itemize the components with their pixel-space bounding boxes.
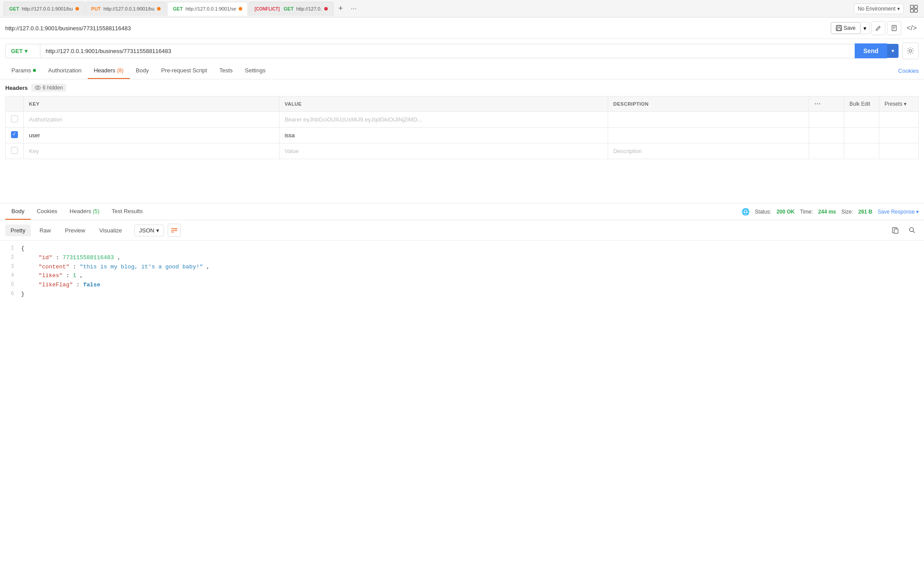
doc-button[interactable]: [887, 21, 901, 35]
resp-tab-test-results[interactable]: Test Results: [105, 203, 149, 220]
cookies-link[interactable]: Cookies: [898, 63, 919, 78]
tab-2-dot: [157, 7, 161, 11]
col-header-presets[interactable]: Presets ▾: [879, 96, 919, 112]
send-settings-button[interactable]: [902, 43, 919, 59]
fmt-tab-pretty[interactable]: Pretty: [5, 225, 31, 236]
row3-desc-cell[interactable]: Description: [608, 143, 809, 159]
fmt-tab-visualize[interactable]: Visualize: [94, 225, 127, 236]
svg-rect-0: [910, 5, 913, 8]
status-value: 200 OK: [777, 209, 795, 215]
resp-tab-body[interactable]: Body: [5, 203, 31, 220]
tab-settings[interactable]: Settings: [239, 63, 272, 79]
line-num-1: 1: [0, 244, 21, 253]
wrap-button[interactable]: [168, 224, 181, 237]
hidden-headers-badge[interactable]: 6 hidden: [31, 84, 66, 92]
row3-actions-cell: [809, 143, 844, 159]
tab-pre-request[interactable]: Pre-request Script: [155, 63, 213, 79]
svg-line-19: [913, 231, 915, 233]
send-button[interactable]: Send: [855, 43, 887, 58]
tab-3-dot: [239, 7, 242, 11]
tab-3[interactable]: GET http://127.0.0.1:9001/se: [167, 2, 248, 16]
bulk-edit-button[interactable]: Bulk Edit: [849, 101, 870, 107]
svg-point-12: [35, 86, 40, 89]
line-num-4: 4: [0, 271, 21, 281]
row2-value-cell[interactable]: issa: [279, 128, 608, 143]
workspace-icon-button[interactable]: [907, 2, 920, 15]
save-dropdown-button[interactable]: ▾: [860, 23, 869, 34]
tab-body[interactable]: Body: [130, 63, 155, 79]
tab-1[interactable]: GET http://127.0.0.1:9001/bu: [4, 2, 85, 16]
response-tabs-row: Body Cookies Headers (5) Test Results 🌐 …: [0, 203, 924, 220]
format-select[interactable]: JSON ▾: [134, 225, 164, 236]
row3-checkbox[interactable]: [11, 147, 18, 154]
method-dropdown[interactable]: GET ▾: [5, 44, 40, 58]
table-row: Key Value Description: [6, 143, 919, 159]
row1-checkbox-cell[interactable]: [6, 112, 24, 128]
row1-value: Bearer eyJhbGciOiJIUzUxMiJ9.eyJqdGkiOiJi…: [285, 116, 423, 123]
fmt-tab-preview[interactable]: Preview: [60, 225, 90, 236]
tab-2[interactable]: PUT http://127.0.0.1:9001/bu: [86, 2, 166, 16]
code-button[interactable]: </>: [905, 21, 919, 35]
row1-checkbox[interactable]: [11, 115, 18, 122]
row1-key: Authorization: [29, 116, 62, 123]
svg-point-11: [909, 50, 912, 52]
resp-tab-headers[interactable]: Headers (5): [64, 203, 106, 220]
presets-button[interactable]: Presets ▾: [885, 101, 906, 107]
fmt-tab-raw[interactable]: Raw: [34, 225, 56, 236]
row1-desc-cell[interactable]: [608, 112, 809, 128]
tab-params[interactable]: Params: [5, 63, 42, 79]
row2-checkbox-cell[interactable]: [6, 128, 24, 143]
current-url-display: http://127.0.0.1:9001/business/773115588…: [5, 25, 827, 32]
save-button[interactable]: Save: [831, 22, 860, 34]
tab-4-url: http://127.0.: [296, 6, 322, 11]
row2-key-cell[interactable]: user: [24, 128, 279, 143]
url-input[interactable]: [40, 44, 855, 58]
env-label: No Environment: [858, 6, 895, 12]
row3-value-placeholder: Value: [285, 148, 299, 154]
tab-3-method: GET: [173, 6, 183, 11]
row3-key-cell[interactable]: Key: [24, 143, 279, 159]
method-label: GET: [11, 48, 23, 54]
send-button-group: Send ▾: [855, 43, 899, 58]
tab-bar-right: No Environment ▾: [854, 2, 920, 15]
copy-button[interactable]: [889, 224, 902, 237]
resp-tab-body-label: Body: [11, 208, 25, 214]
more-options-icon: ···: [814, 100, 821, 107]
tab-tests[interactable]: Tests: [213, 63, 239, 79]
row1-value-cell[interactable]: Bearer eyJhbGciOiJIUzUxMiJ9.eyJqdGkiOiJi…: [279, 112, 608, 128]
tab-4[interactable]: [CONFLICT] GET http://127.0.: [249, 2, 333, 16]
search-button[interactable]: [906, 224, 919, 237]
new-tab-button[interactable]: +: [334, 3, 347, 15]
row2-desc-cell[interactable]: [608, 128, 809, 143]
row1-key-cell[interactable]: Authorization: [24, 112, 279, 128]
line-content-4: "likes" : 1 ,: [21, 271, 924, 281]
tab-2-method: PUT: [91, 6, 101, 11]
code-line-6: 6 }: [0, 290, 924, 299]
row2-actions-cell: [809, 128, 844, 143]
environment-selector[interactable]: No Environment ▾: [854, 4, 904, 14]
method-chevron: ▾: [25, 48, 28, 54]
tab-4-method: GET: [284, 6, 294, 11]
headers-table: KEY VALUE DESCRIPTION ··· Bulk Edit Pres…: [5, 96, 919, 159]
tab-headers[interactable]: Headers (8): [88, 63, 130, 79]
tab-body-label: Body: [136, 67, 149, 74]
edit-button[interactable]: [871, 21, 885, 35]
svg-rect-2: [910, 9, 913, 12]
save-response-button[interactable]: Save Response ▾: [877, 209, 919, 215]
svg-point-13: [37, 87, 39, 89]
row2-checkbox[interactable]: [11, 131, 18, 138]
params-dot: [33, 69, 36, 72]
svg-rect-3: [914, 9, 917, 12]
col-header-bulk[interactable]: Bulk Edit: [844, 96, 879, 112]
more-tabs-button[interactable]: ···: [347, 3, 360, 15]
row2-key: user: [29, 132, 40, 139]
resp-tab-cookies[interactable]: Cookies: [31, 203, 64, 220]
send-dropdown-button[interactable]: ▾: [887, 44, 899, 58]
row2-bulk-cell: [844, 128, 879, 143]
eye-icon: [35, 86, 41, 90]
row3-checkbox-cell[interactable]: [6, 143, 24, 159]
row3-value-cell[interactable]: Value: [279, 143, 608, 159]
tab-authorization[interactable]: Authorization: [42, 63, 88, 79]
save-button-group: Save ▾: [831, 22, 870, 34]
response-section: Body Cookies Headers (5) Test Results 🌐 …: [0, 203, 924, 303]
